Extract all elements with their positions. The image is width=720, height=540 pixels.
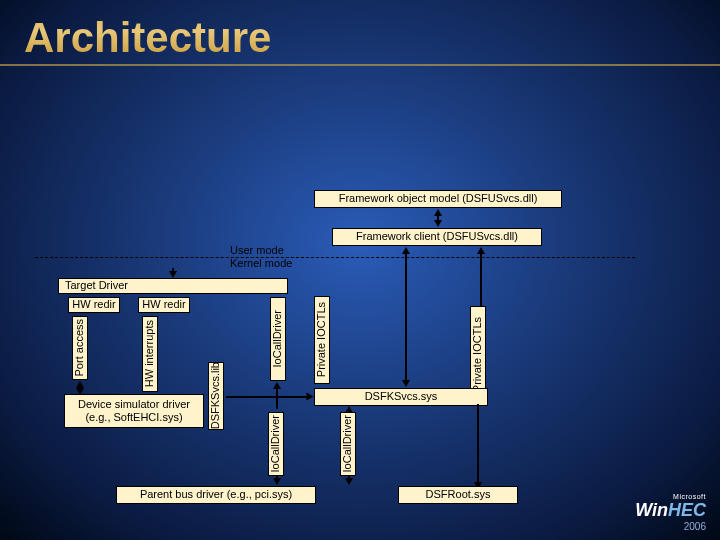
arrow-line [477, 404, 479, 484]
iocalldriver-label: IoCallDriver [271, 310, 284, 367]
dsfksvcs-lib-box: DSFKSvcs.lib [208, 362, 224, 430]
iocalldriver-bottom-right-box: IoCallDriver [340, 412, 356, 476]
arrow-down-icon [273, 478, 281, 485]
hw-redir-2-box: HW redir [138, 297, 190, 313]
private-ioctls-label: Private IOCTLs [315, 302, 328, 377]
winhec-logo: Microsoft WinHEC 2006 [635, 493, 706, 532]
framework-client-box: Framework client (DSFUSvcs.dll) [332, 228, 542, 246]
private-ioctls-label: Private IOCTLs [471, 317, 484, 392]
arrow-down-icon [402, 380, 410, 387]
arrow-down-icon [434, 220, 442, 227]
mode-divider [35, 257, 635, 258]
iocalldriver-label: IoCallDriver [269, 415, 282, 472]
arrow-down-icon [169, 271, 177, 278]
arrow-up-icon [345, 406, 353, 413]
win-label: Win [635, 500, 668, 520]
parent-bus-driver-box: Parent bus driver (e.g., pci.sys) [116, 486, 316, 504]
arrow-right-icon [307, 393, 314, 401]
iocalldriver-target-box: IoCallDriver [270, 297, 286, 381]
dsfroot-sys-box: DSFRoot.sys [398, 486, 518, 504]
microsoft-label: Microsoft [635, 493, 706, 500]
port-access-label: Port access [73, 319, 86, 376]
hw-interrupts-box: HW interrupts [142, 316, 158, 392]
arrow-line [405, 252, 407, 382]
hw-redir-1-box: HW redir [68, 297, 120, 313]
user-mode-label: User mode [230, 244, 284, 256]
iocalldriver-label: IoCallDriver [341, 415, 354, 472]
dsfksvcs-lib-label: DSFKSvcs.lib [209, 362, 222, 429]
arrow-line [276, 387, 278, 409]
arrow-line [226, 396, 310, 398]
iocalldriver-bottom-left-box: IoCallDriver [268, 412, 284, 476]
arrow-down-icon [345, 478, 353, 485]
target-driver-box: Target Driver [58, 278, 288, 294]
port-access-box: Port access [72, 316, 88, 380]
framework-object-model-box: Framework object model (DSFUSvcs.dll) [314, 190, 562, 208]
arrow-down-icon [76, 388, 84, 395]
dsfksvcs-sys-box: DSFKSvcs.sys [314, 388, 488, 406]
device-simulator-box: Device simulator driver (e.g., SoftEHCI.… [64, 394, 204, 428]
architecture-diagram: Framework object model (DSFUSvcs.dll) Fr… [0, 0, 720, 540]
year-label: 2006 [635, 521, 706, 532]
hw-interrupts-label: HW interrupts [143, 320, 156, 387]
private-ioctls-left-box: Private IOCTLs [314, 296, 330, 384]
hec-label: HEC [668, 500, 706, 520]
kernel-mode-label: Kernel mode [230, 257, 292, 269]
